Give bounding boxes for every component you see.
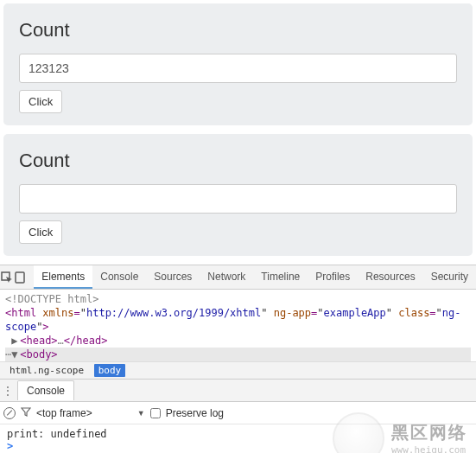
filter-icon[interactable] [21, 406, 31, 419]
dom-breadcrumb: html.ng-scope body [0, 361, 476, 380]
dom-head[interactable]: ▶<head>…</head> [5, 334, 471, 348]
drawer-menu-icon[interactable]: ⋮ [0, 385, 16, 397]
svg-rect-1 [16, 272, 24, 283]
click-button[interactable]: Click [19, 90, 62, 113]
console-output[interactable]: print: undefined > 黑区网络 www.heiqu.com [0, 424, 476, 453]
click-button[interactable]: Click [19, 220, 62, 244]
preserve-log-label: Preserve log [166, 407, 224, 419]
dom-html-open: <html xmlns="http://www.w3.org/1999/xhtm… [5, 306, 471, 334]
devtools-panel: Elements Console Sources Network Timelin… [0, 265, 476, 453]
panel-count-2: Count Click [3, 134, 473, 256]
console-line: print: undefined [7, 428, 469, 440]
device-icon[interactable] [13, 266, 26, 289]
panel-heading: Count [19, 19, 457, 41]
panel-count-1: Count Click [3, 3, 473, 125]
tab-network[interactable]: Network [200, 265, 253, 289]
clear-console-icon[interactable] [3, 407, 16, 419]
crumb-html[interactable]: html.ng-scope [5, 364, 88, 377]
tab-resources[interactable]: Resources [358, 265, 422, 289]
expand-icon[interactable]: ▶ [11, 334, 20, 348]
console-prompt[interactable]: > [7, 440, 469, 452]
tab-profiles[interactable]: Profiles [308, 265, 358, 289]
console-toolbar: <top frame> ▼ Preserve log [0, 402, 476, 424]
tab-timeline[interactable]: Timeline [253, 265, 308, 289]
crumb-body[interactable]: body [94, 364, 126, 377]
collapse-icon[interactable]: ▼ [11, 348, 20, 361]
devtools-tabs: Elements Console Sources Network Timelin… [34, 265, 476, 289]
count-input[interactable] [19, 54, 457, 83]
dom-body-open[interactable]: ⋯▼<body> [5, 348, 471, 361]
tab-elements[interactable]: Elements [34, 265, 92, 289]
count-input[interactable] [19, 184, 457, 214]
dropdown-icon[interactable]: ▼ [137, 409, 145, 418]
elements-dom-tree[interactable]: <!DOCTYPE html> <html xmlns="http://www.… [0, 290, 476, 361]
preserve-log-checkbox[interactable] [150, 408, 161, 418]
inspect-icon[interactable] [0, 266, 13, 289]
panel-heading: Count [19, 150, 457, 172]
tab-sources[interactable]: Sources [146, 265, 200, 289]
dom-doctype: <!DOCTYPE html> [5, 293, 98, 305]
drawer-tab-console[interactable]: Console [17, 380, 74, 400]
drawer-header: ⋮ Console [0, 380, 476, 402]
tab-security[interactable]: Security [423, 265, 476, 289]
tab-console[interactable]: Console [92, 265, 146, 289]
devtools-toolbar: Elements Console Sources Network Timelin… [0, 265, 476, 290]
console-context[interactable]: <top frame> [36, 407, 92, 419]
